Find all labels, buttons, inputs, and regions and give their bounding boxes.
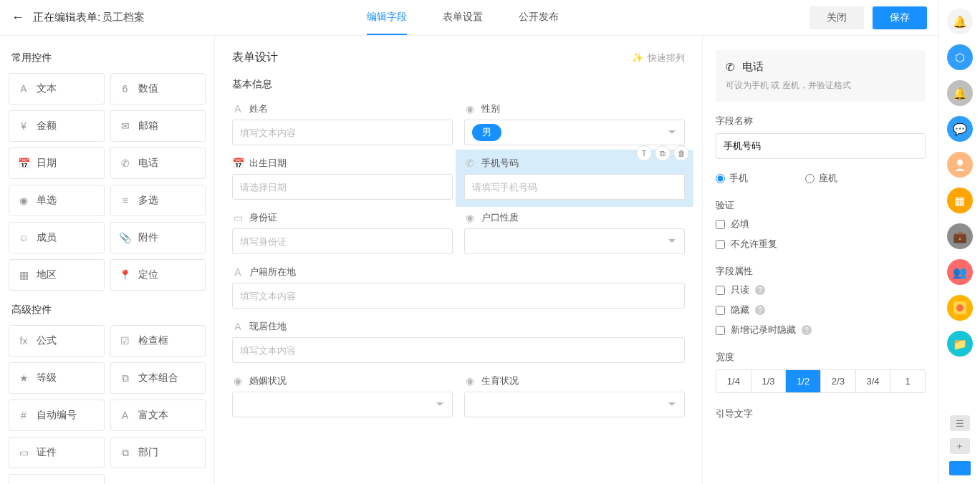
field-name-input[interactable] bbox=[716, 133, 926, 159]
field-name[interactable]: A姓名 bbox=[232, 102, 453, 145]
widget-label: 证件 bbox=[37, 446, 57, 459]
width-option-1-2[interactable]: 1/2 bbox=[786, 370, 821, 392]
help-icon[interactable]: ? bbox=[802, 325, 812, 335]
advanced-widget-0[interactable]: fx公式 bbox=[9, 325, 105, 357]
close-button[interactable]: 关闭 bbox=[810, 6, 864, 29]
rail-notification-icon[interactable]: 🔔 bbox=[947, 9, 973, 34]
back-arrow-icon[interactable]: ← bbox=[11, 10, 24, 25]
id-card-input[interactable] bbox=[232, 228, 453, 254]
common-widget-8[interactable]: ☺成员 bbox=[9, 222, 105, 253]
gender-value: 男 bbox=[472, 124, 501, 141]
check-label: 隐藏 bbox=[731, 304, 749, 316]
width-option-2-3[interactable]: 2/3 bbox=[821, 370, 856, 392]
rail-card-icon[interactable] bbox=[949, 461, 971, 475]
widget-label: 检查框 bbox=[138, 334, 168, 347]
advanced-widget-4[interactable]: #自动编号 bbox=[9, 400, 105, 431]
common-widget-0[interactable]: A文本 bbox=[9, 73, 105, 105]
common-widget-10[interactable]: ▦地区 bbox=[9, 259, 105, 291]
common-widget-5[interactable]: ✆电话 bbox=[110, 147, 206, 179]
rail-users-icon[interactable]: 👥 bbox=[947, 259, 973, 285]
widget-label: 成员 bbox=[37, 231, 57, 244]
quick-sort-label: 快速排列 bbox=[648, 52, 685, 64]
help-icon[interactable]: ? bbox=[755, 285, 765, 295]
field-birth-date[interactable]: 📅出生日期 bbox=[232, 157, 453, 200]
marital-select[interactable] bbox=[232, 392, 453, 417]
phone-input[interactable] bbox=[464, 174, 685, 200]
check-hide-on-create[interactable]: 新增记录时隐藏? bbox=[716, 324, 926, 337]
advanced-widget-2[interactable]: ★等级 bbox=[9, 362, 105, 394]
field-action-copy[interactable]: ⧉ bbox=[655, 145, 671, 161]
widget-label: 自动编号 bbox=[37, 409, 77, 422]
field-label: 现居住地 bbox=[249, 320, 287, 333]
field-fertility[interactable]: ◉生育状况 bbox=[464, 374, 685, 417]
common-widget-3[interactable]: ✉邮箱 bbox=[110, 110, 206, 142]
advanced-widget-5[interactable]: A富文本 bbox=[110, 400, 206, 431]
svg-point-2 bbox=[956, 304, 964, 311]
rail-grid-icon[interactable]: ▦ bbox=[947, 188, 973, 213]
property-header-sub: 可设为手机 或 座机，并验证格式 bbox=[726, 79, 916, 92]
field-action-delete[interactable]: 🗑 bbox=[673, 145, 689, 161]
width-option-1-3[interactable]: 1/3 bbox=[751, 370, 787, 392]
width-option-3-4[interactable]: 3/4 bbox=[856, 370, 891, 392]
hukou-addr-input[interactable] bbox=[232, 283, 685, 309]
advanced-widget-7[interactable]: ⧉部门 bbox=[110, 437, 206, 468]
current-addr-input[interactable] bbox=[232, 337, 685, 363]
name-input[interactable] bbox=[232, 120, 453, 145]
radio-mobile[interactable]: 手机 bbox=[716, 172, 748, 185]
field-action-t[interactable]: T bbox=[636, 145, 652, 161]
rail-add-icon[interactable]: ＋ bbox=[950, 438, 970, 454]
common-widget-1[interactable]: 6数值 bbox=[110, 73, 206, 105]
width-option-1[interactable]: 1 bbox=[890, 370, 925, 392]
rail-briefcase-icon[interactable]: 💼 bbox=[947, 223, 973, 249]
widget-icon: ◉ bbox=[18, 195, 29, 206]
field-hukou-addr[interactable]: A户籍所在地 bbox=[232, 266, 685, 309]
radio-landline[interactable]: 座机 bbox=[805, 172, 837, 185]
widget-label: 日期 bbox=[37, 157, 57, 170]
check-hidden[interactable]: 隐藏? bbox=[716, 304, 926, 316]
check-unique[interactable]: 不允许重复 bbox=[716, 238, 926, 251]
rail-chat-icon[interactable]: 💬 bbox=[947, 116, 973, 142]
common-widget-9[interactable]: 📎附件 bbox=[110, 222, 206, 253]
widget-icon: ⧉ bbox=[120, 372, 131, 384]
radio-icon: ◉ bbox=[464, 212, 476, 223]
field-hukou-type[interactable]: ◉户口性质 bbox=[464, 211, 685, 254]
check-required[interactable]: 必填 bbox=[716, 218, 926, 231]
fertility-select[interactable] bbox=[464, 392, 685, 417]
tab-publish[interactable]: 公开发布 bbox=[519, 1, 559, 35]
field-id-card[interactable]: ▭身份证 bbox=[232, 211, 453, 254]
common-widget-7[interactable]: ≡多选 bbox=[110, 185, 206, 216]
rail-org-icon[interactable]: ⬡ bbox=[947, 44, 973, 70]
field-marital[interactable]: ◉婚姻状况 bbox=[232, 374, 453, 417]
advanced-widget-3[interactable]: ⧉文本组合 bbox=[110, 362, 206, 394]
common-widget-6[interactable]: ◉单选 bbox=[9, 185, 105, 216]
check-readonly[interactable]: 只读? bbox=[716, 284, 926, 296]
quick-sort-button[interactable]: ✨ 快速排列 bbox=[632, 52, 685, 64]
common-widget-4[interactable]: 📅日期 bbox=[9, 147, 105, 179]
field-current-addr[interactable]: A现居住地 bbox=[232, 320, 685, 363]
widget-label: 部门 bbox=[138, 446, 158, 459]
common-widget-2[interactable]: ¥金额 bbox=[9, 110, 105, 142]
field-gender[interactable]: ◉性别 男 bbox=[464, 102, 685, 145]
radio-icon: ◉ bbox=[232, 375, 244, 387]
common-widget-11[interactable]: 📍定位 bbox=[110, 259, 206, 291]
rail-app-icon[interactable] bbox=[947, 295, 973, 321]
widget-icon: ¥ bbox=[18, 120, 29, 132]
rail-folder-icon[interactable]: 📁 bbox=[947, 331, 973, 357]
width-option-1-4[interactable]: 1/4 bbox=[716, 370, 751, 392]
advanced-widget-1[interactable]: ☑检查框 bbox=[110, 325, 206, 357]
field-phone[interactable]: T ⧉ 🗑 ✆手机号码 bbox=[464, 157, 685, 200]
help-icon[interactable]: ? bbox=[755, 305, 765, 315]
tab-edit-fields[interactable]: 编辑字段 bbox=[367, 1, 407, 35]
advanced-widget-6[interactable]: ▭证件 bbox=[9, 437, 105, 468]
advanced-widget-8[interactable]: ✎签名 bbox=[9, 474, 105, 484]
birth-date-input[interactable] bbox=[232, 174, 453, 200]
gender-select[interactable]: 男 bbox=[464, 120, 685, 145]
hukou-type-select[interactable] bbox=[464, 228, 685, 254]
rail-contact-icon[interactable]: ☰ bbox=[950, 415, 970, 431]
text-icon: A bbox=[232, 321, 244, 332]
rail-bell-icon[interactable]: 🔔 bbox=[947, 80, 973, 106]
save-button[interactable]: 保存 bbox=[873, 6, 927, 29]
tab-form-settings[interactable]: 表单设置 bbox=[443, 1, 483, 35]
rail-avatar-icon[interactable] bbox=[947, 152, 973, 178]
widget-label: 附件 bbox=[138, 231, 158, 244]
